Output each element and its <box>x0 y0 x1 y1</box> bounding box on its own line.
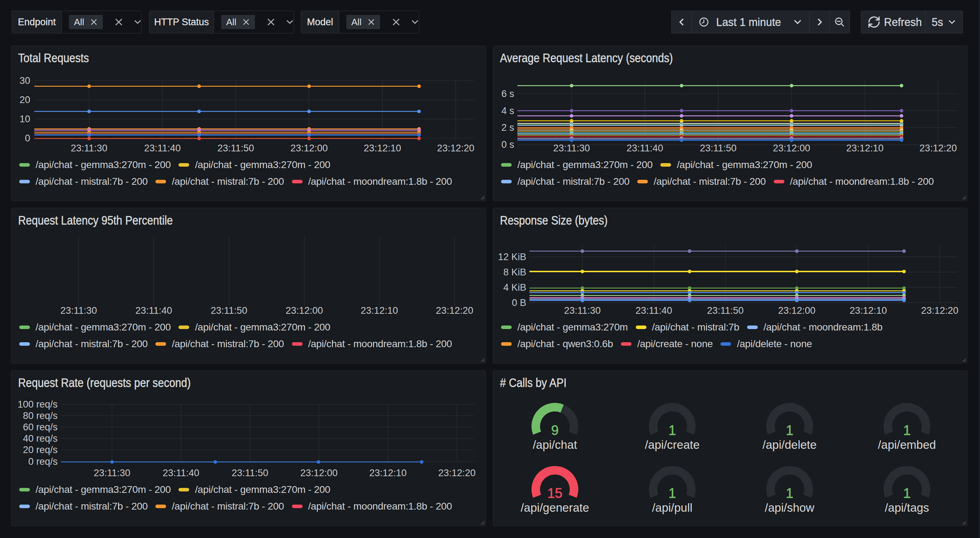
svg-text:0 B: 0 B <box>512 297 526 308</box>
svg-text:23:11:40: 23:11:40 <box>635 305 672 316</box>
svg-text:100 req/s: 100 req/s <box>18 399 57 410</box>
svg-text:0 req/s: 0 req/s <box>28 456 57 467</box>
svg-text:20: 20 <box>19 95 30 105</box>
svg-text:23:12:00: 23:12:00 <box>300 468 337 478</box>
svg-text:23:11:30: 23:11:30 <box>71 143 107 154</box>
svg-text:23:11:50: 23:11:50 <box>231 468 268 478</box>
svg-text:6 s: 6 s <box>501 89 514 99</box>
svg-text:9: 9 <box>551 423 558 438</box>
svg-text:23:11:30: 23:11:30 <box>564 305 601 316</box>
svg-text:23:11:30: 23:11:30 <box>60 305 97 316</box>
svg-text:23:12:10: 23:12:10 <box>850 305 887 316</box>
svg-text:23:12:20: 23:12:20 <box>438 468 476 478</box>
svg-text:/api/embed: /api/embed <box>878 438 936 451</box>
svg-text:23:11:40: 23:11:40 <box>135 305 172 316</box>
svg-text:40 req/s: 40 req/s <box>23 433 57 444</box>
svg-text:23:11:50: 23:11:50 <box>707 305 743 316</box>
svg-text:23:12:20: 23:12:20 <box>920 143 957 154</box>
svg-text:23:12:10: 23:12:10 <box>369 468 406 478</box>
svg-text:1: 1 <box>903 423 911 438</box>
svg-text:4 KiB: 4 KiB <box>503 282 526 293</box>
svg-text:/api/generate: /api/generate <box>520 501 589 514</box>
svg-text:23:11:40: 23:11:40 <box>144 143 181 154</box>
svg-text:4 s: 4 s <box>501 106 514 116</box>
svg-text:1: 1 <box>903 486 911 501</box>
svg-text:/api/pull: /api/pull <box>652 501 693 514</box>
svg-text:12 KiB: 12 KiB <box>498 252 526 262</box>
svg-text:8 KiB: 8 KiB <box>503 267 526 278</box>
svg-text:/api/create: /api/create <box>645 438 700 451</box>
svg-text:0: 0 <box>25 133 30 144</box>
svg-text:23:12:20: 23:12:20 <box>921 305 958 316</box>
svg-text:2 s: 2 s <box>501 122 514 133</box>
svg-text:23:11:50: 23:11:50 <box>217 143 254 154</box>
svg-text:1: 1 <box>786 423 793 438</box>
svg-text:23:12:10: 23:12:10 <box>364 143 401 154</box>
svg-text:30: 30 <box>19 75 30 86</box>
svg-text:/api/tags: /api/tags <box>885 501 929 514</box>
svg-text:23:12:10: 23:12:10 <box>361 305 398 316</box>
svg-text:23:11:40: 23:11:40 <box>162 468 199 478</box>
svg-text:60 req/s: 60 req/s <box>23 422 57 432</box>
svg-text:1: 1 <box>668 486 676 501</box>
svg-text:/api/delete: /api/delete <box>762 438 816 451</box>
svg-text:23:11:50: 23:11:50 <box>700 143 737 154</box>
svg-text:0 s: 0 s <box>501 139 514 150</box>
svg-text:/api/chat: /api/chat <box>533 438 577 451</box>
svg-text:23:12:10: 23:12:10 <box>846 143 884 154</box>
svg-text:/api/show: /api/show <box>765 501 815 514</box>
svg-text:23:12:00: 23:12:00 <box>286 305 323 316</box>
svg-text:15: 15 <box>547 486 562 501</box>
svg-text:23:12:00: 23:12:00 <box>291 143 328 154</box>
svg-text:1: 1 <box>786 486 793 501</box>
svg-text:23:11:30: 23:11:30 <box>553 143 590 154</box>
svg-text:23:12:20: 23:12:20 <box>437 143 474 154</box>
svg-text:23:11:50: 23:11:50 <box>210 305 247 316</box>
svg-text:80 req/s: 80 req/s <box>23 410 57 421</box>
svg-text:23:12:20: 23:12:20 <box>436 305 473 316</box>
svg-text:23:12:00: 23:12:00 <box>773 143 810 154</box>
svg-text:23:11:30: 23:11:30 <box>94 468 130 478</box>
svg-text:10: 10 <box>19 114 30 124</box>
svg-text:20 req/s: 20 req/s <box>23 444 57 455</box>
svg-text:23:11:40: 23:11:40 <box>627 143 663 154</box>
svg-text:1: 1 <box>668 423 676 438</box>
svg-text:23:12:00: 23:12:00 <box>778 305 815 316</box>
